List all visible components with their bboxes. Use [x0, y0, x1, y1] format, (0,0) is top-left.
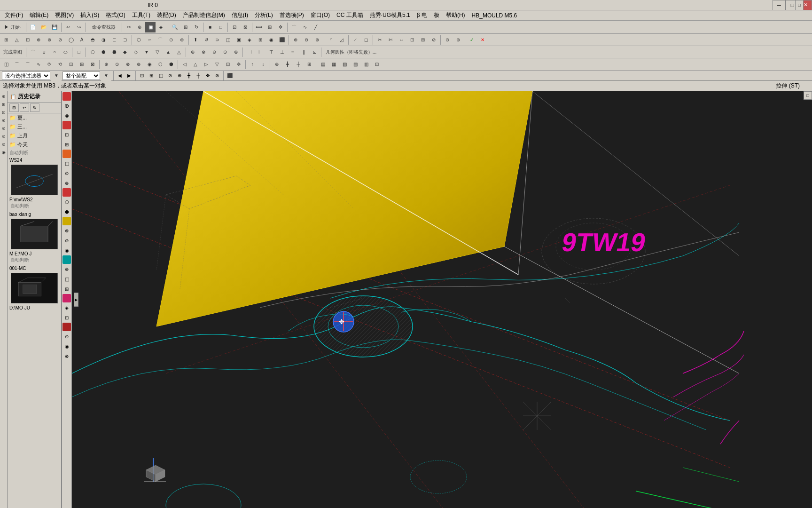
tb4-16[interactable]: ⬢: [166, 59, 176, 70]
left-icon-1[interactable]: ⊕: [0, 94, 7, 101]
history-item-lastmonth[interactable]: 📁 上月: [8, 131, 61, 140]
tb4-22[interactable]: ✥: [234, 59, 244, 70]
tb4-33[interactable]: ▥: [361, 59, 371, 70]
status-corner-btn[interactable]: □: [795, 0, 804, 10]
tb4-20[interactable]: ▽: [212, 59, 222, 70]
rt-red-sq4[interactable]: [62, 323, 71, 331]
sel-snap9[interactable]: ⊗: [213, 71, 221, 80]
left-icon-7[interactable]: ⊚: [0, 142, 7, 149]
tb4-13[interactable]: ⊚: [133, 59, 144, 70]
rt-pink-sq[interactable]: [62, 294, 71, 302]
hist-btn-3[interactable]: ↻: [30, 103, 39, 112]
tb3-3d8[interactable]: ▲: [163, 47, 173, 57]
rt-icon-5[interactable]: ◫: [62, 159, 71, 168]
rt-icon-11[interactable]: ⊘: [62, 236, 71, 245]
menu-view[interactable]: 视图(V): [52, 10, 77, 20]
tb2-b5[interactable]: ◉: [266, 35, 276, 45]
tb4-12[interactable]: ⊗: [123, 59, 133, 70]
rt-icon-18[interactable]: ⊙: [62, 332, 71, 341]
tb4-17[interactable]: ◁: [180, 59, 190, 70]
tb2-offset[interactable]: ⊡: [407, 35, 417, 45]
menu-beta[interactable]: β 电: [414, 10, 430, 20]
menu-prefs[interactable]: 首选项(P): [277, 10, 307, 20]
tb4-24[interactable]: ↓: [258, 59, 268, 70]
left-icon-5[interactable]: ⊘: [0, 126, 7, 133]
tb4-28[interactable]: ⊞: [304, 59, 314, 70]
tb2-red-x[interactable]: ✕: [477, 35, 488, 45]
rt-yellow-sq[interactable]: [62, 217, 71, 225]
tb3-sym1[interactable]: ⊕: [187, 47, 198, 57]
tb3-con7[interactable]: ⊾: [309, 47, 320, 57]
rt-icon-17[interactable]: ⊡: [62, 313, 71, 322]
rt-icon-19[interactable]: ◉: [62, 341, 71, 351]
tb2-sweep[interactable]: ⊃: [212, 35, 222, 45]
tb-move[interactable]: ✥: [275, 22, 286, 32]
tb2-bool2[interactable]: ⊖: [301, 35, 312, 45]
tb2-r8[interactable]: A: [77, 35, 87, 45]
minimize-button[interactable]: ─: [773, 0, 786, 10]
rt-red-sq[interactable]: [62, 92, 71, 101]
tb4-9[interactable]: ⊠: [87, 59, 98, 70]
tb2-r12[interactable]: ⊐: [120, 35, 130, 45]
tb-open-dropdown[interactable]: ▶ 开始·: [1, 22, 24, 32]
tb2-r3[interactable]: ⊡: [23, 35, 33, 45]
tb-render[interactable]: ◈: [156, 22, 166, 32]
sel-back[interactable]: ◀: [116, 71, 124, 80]
tb-array[interactable]: ⊞: [265, 22, 275, 32]
rt-icon-7[interactable]: ⊚: [62, 178, 71, 188]
menu-window[interactable]: 窗口(O): [308, 10, 333, 20]
sel-snap6[interactable]: ╋: [185, 71, 193, 80]
left-icon-4[interactable]: ⊗: [0, 118, 7, 125]
tb-snap[interactable]: ⊕: [134, 22, 145, 32]
tb-orient[interactable]: ⊡: [229, 22, 240, 32]
tb4-23[interactable]: ↑: [247, 59, 258, 70]
tb3-3d9[interactable]: △: [174, 47, 184, 57]
tb2-green-check[interactable]: ✓: [467, 35, 477, 45]
tb2-assemble1[interactable]: ⊙: [442, 35, 453, 45]
tb3-3d3[interactable]: ⬣: [109, 47, 119, 57]
tb4-1[interactable]: ◫: [1, 59, 11, 70]
rt-icon-16[interactable]: ◈: [62, 303, 71, 312]
history-item-more[interactable]: 📁 更...: [8, 113, 61, 122]
menu-hb[interactable]: HB_MOULD M5.6: [469, 11, 520, 20]
tb2-b2[interactable]: ▣: [234, 35, 244, 45]
tb2-fillet[interactable]: ◜: [326, 35, 336, 45]
tb-wire[interactable]: □: [216, 22, 226, 32]
tb3-ellipse[interactable]: ⬭: [60, 47, 70, 57]
assembly-config-dropdown[interactable]: 整个装配: [62, 71, 100, 80]
sel-forward[interactable]: ▶: [125, 71, 133, 80]
tb3-sym4[interactable]: ⊙: [220, 47, 230, 57]
menu-assemble[interactable]: 装配(D): [154, 10, 179, 20]
left-icon-8[interactable]: ◉: [0, 150, 7, 157]
tb3-con4[interactable]: ⊥: [277, 47, 287, 57]
tb-cut[interactable]: ✂: [124, 22, 134, 32]
tb-zoom[interactable]: 🔍: [170, 22, 180, 32]
tb3-sym2[interactable]: ⊗: [198, 47, 209, 57]
tb3-3d5[interactable]: ◇: [131, 47, 141, 57]
tb-redo[interactable]: ↪: [74, 22, 84, 32]
rt-icon-20[interactable]: ⊗: [62, 351, 71, 361]
tb-curve2[interactable]: ∿: [300, 22, 310, 32]
tb4-25[interactable]: ⊕: [272, 59, 282, 70]
tb2-r10[interactable]: ◑: [98, 35, 109, 45]
tb4-2[interactable]: ⌒: [12, 59, 22, 70]
tb3-con2[interactable]: ⊢: [255, 47, 265, 57]
sel-filter-btn[interactable]: ▼: [51, 71, 62, 81]
tb4-26[interactable]: ╋: [282, 59, 293, 70]
tb3-constraint-label[interactable]: 几何圆性（即将失败）...: [323, 47, 379, 57]
tb4-21[interactable]: ⊡: [223, 59, 233, 70]
tb3-3d4[interactable]: ◆: [120, 47, 130, 57]
tb2-s4[interactable]: ⊙: [166, 35, 176, 45]
tb4-11[interactable]: ⊙: [112, 59, 122, 70]
menu-analysis[interactable]: 分析(L): [252, 10, 276, 20]
tb2-r5[interactable]: ⊗: [44, 35, 55, 45]
tb3-3d6[interactable]: ▼: [141, 47, 152, 57]
rt-icon-1[interactable]: ⊕: [62, 101, 71, 111]
rt-icon-15[interactable]: ⊞: [62, 284, 71, 294]
tb2-hollow[interactable]: ◻: [361, 35, 371, 45]
tb4-34[interactable]: ⊡: [372, 59, 382, 70]
rt-icon-13[interactable]: ⊕: [62, 264, 71, 274]
tb2-r6[interactable]: ⊘: [55, 35, 65, 45]
tb3-rect[interactable]: □: [74, 47, 84, 57]
menu-file[interactable]: 文件(F): [2, 10, 26, 20]
